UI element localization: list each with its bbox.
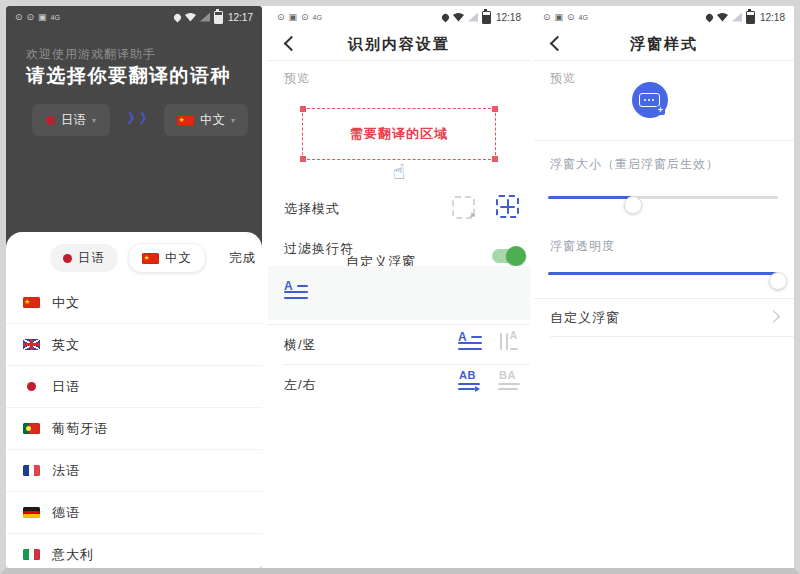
chevron-right-icon[interactable] xyxy=(767,310,780,323)
target-language-button[interactable]: 中文 ▾ xyxy=(164,104,248,136)
tab-target-label: 中文 xyxy=(165,250,192,267)
clock: 12:18 xyxy=(760,12,785,23)
vertical-text-icon[interactable]: A xyxy=(498,333,518,353)
signal-icon xyxy=(468,13,478,22)
screen-float-style: ⊙ ▣ ⊙ 4G 12:18 浮窗样式 预览 + 浮窗大小（重启浮窗后生效） xyxy=(534,6,794,568)
app-circle-icon: ⊙ xyxy=(543,12,551,22)
status-bar: ⊙ ▣ ⊙ 4G 12:18 xyxy=(534,6,794,28)
wifi-icon xyxy=(185,13,196,22)
page-title: 请选择你要翻译的语种 xyxy=(26,63,231,89)
page-title: 识别内容设置 xyxy=(268,35,530,54)
clock: 12:17 xyxy=(228,12,253,23)
language-list: 中文 英文 日语 葡萄牙语 法语 xyxy=(6,282,262,568)
horizontal-text-icon[interactable]: A xyxy=(458,333,482,353)
preview-label: 预览 xyxy=(550,70,576,87)
flag-cn-icon xyxy=(23,297,40,308)
screenshot-frame: ⊙ ⊙ ▣ 4G 12:17 欢迎使用游戏翻译助手 请选择你要翻译的语种 日语 … xyxy=(0,0,800,574)
mode-move-select-icon[interactable] xyxy=(496,195,519,218)
list-item-japanese[interactable]: 日语 xyxy=(6,366,262,408)
location-icon xyxy=(705,12,715,22)
volte-icon: 4G xyxy=(579,14,588,21)
screen-recognition-settings: ⊙ ▣ ⊙ 4G 12:18 识别内容设置 预览 需要翻译的区域 ☝ 选 xyxy=(268,6,530,568)
custom-float-preview-card: A xyxy=(268,266,530,320)
location-icon xyxy=(173,12,183,22)
app-circle-icon: ⊙ xyxy=(15,12,23,22)
float-window-preview-icon[interactable]: + xyxy=(632,82,668,118)
align-horizontal-icon[interactable]: A xyxy=(284,282,308,302)
page-title: 浮窗样式 xyxy=(534,35,794,54)
left-to-right-icon[interactable]: AB xyxy=(458,372,480,392)
nav-bar: 识别内容设置 xyxy=(268,28,530,60)
list-item-chinese[interactable]: 中文 xyxy=(6,282,262,324)
signal-icon xyxy=(732,13,742,22)
flag-cn-icon xyxy=(177,115,194,126)
region-handle[interactable] xyxy=(492,106,498,112)
divider xyxy=(534,60,794,61)
translate-region-box[interactable]: 需要翻译的区域 xyxy=(302,108,496,160)
select-mode-label: 选择模式 xyxy=(284,200,340,218)
mode-cursor-select-icon[interactable]: ➤ xyxy=(452,196,475,219)
status-bar: ⊙ ▣ ⊙ 4G 12:18 xyxy=(268,6,530,28)
volte-icon: 4G xyxy=(51,14,60,21)
slider-thumb[interactable] xyxy=(769,272,787,290)
app-circle-icon: ⊙ xyxy=(277,12,285,22)
translate-direction-icon: 》》 xyxy=(117,110,163,128)
hand-pointer-icon: ☝ xyxy=(268,160,530,184)
flag-jp-icon xyxy=(27,382,36,391)
region-handle[interactable] xyxy=(300,106,306,112)
float-size-slider[interactable] xyxy=(548,188,778,206)
flag-fr-icon xyxy=(23,465,40,476)
target-language-label: 中文 xyxy=(200,112,225,129)
welcome-text: 欢迎使用游戏翻译助手 xyxy=(26,46,156,63)
wifi-icon xyxy=(453,13,464,22)
tab-target-language[interactable]: 中文 xyxy=(128,243,206,273)
float-size-label: 浮窗大小（重启浮窗后生效） xyxy=(550,156,719,173)
flag-cn-icon xyxy=(142,253,159,264)
app-circle-icon: ⊙ xyxy=(567,12,575,22)
custom-float-row-label: 自定义浮窗 xyxy=(550,309,620,327)
app-circle-icon: ⊙ xyxy=(301,12,309,22)
plus-icon: + xyxy=(656,106,665,115)
language-picker-sheet: 日语 中文 完成 中文 英文 日语 xyxy=(6,232,262,568)
divider xyxy=(268,60,530,61)
battery-icon xyxy=(214,11,223,24)
list-item-italian[interactable]: 意大利 xyxy=(6,534,262,568)
source-language-button[interactable]: 日语 ▾ xyxy=(32,104,110,136)
wifi-icon xyxy=(717,13,728,22)
app-circle-icon: ⊙ xyxy=(27,12,35,22)
gallery-icon: ▣ xyxy=(38,12,47,22)
list-item-german[interactable]: 德语 xyxy=(6,492,262,534)
flag-jp-icon xyxy=(63,254,72,263)
battery-icon xyxy=(746,11,755,24)
list-item-portuguese[interactable]: 葡萄牙语 xyxy=(6,408,262,450)
slider-thumb[interactable] xyxy=(624,196,642,214)
list-item-french[interactable]: 法语 xyxy=(6,450,262,492)
divider xyxy=(268,324,530,325)
tab-source-language[interactable]: 日语 xyxy=(50,244,118,272)
signal-icon xyxy=(200,13,210,22)
flag-jp-icon xyxy=(46,116,55,125)
gallery-icon: ▣ xyxy=(555,12,564,22)
source-language-label: 日语 xyxy=(61,112,86,129)
flag-de-icon xyxy=(23,507,40,518)
left-right-label: 左/右 xyxy=(284,376,317,394)
preview-label: 预览 xyxy=(284,70,310,87)
float-opacity-label: 浮窗透明度 xyxy=(550,238,615,255)
done-button[interactable]: 完成 xyxy=(229,250,256,267)
divider xyxy=(534,298,794,299)
chevron-down-icon: ▾ xyxy=(92,116,96,125)
chevron-down-icon: ▾ xyxy=(231,116,235,125)
battery-icon xyxy=(482,11,491,24)
location-icon xyxy=(441,12,451,22)
filter-newline-toggle[interactable] xyxy=(492,249,524,263)
float-opacity-slider[interactable] xyxy=(548,264,778,282)
gallery-icon: ▣ xyxy=(289,12,298,22)
clock: 12:18 xyxy=(496,12,521,23)
volte-icon: 4G xyxy=(313,14,322,21)
right-to-left-icon[interactable]: BA xyxy=(498,372,520,392)
flag-gb-icon xyxy=(23,339,40,350)
list-item-english[interactable]: 英文 xyxy=(6,324,262,366)
region-placeholder-text: 需要翻译的区域 xyxy=(350,125,448,143)
divider xyxy=(550,336,794,337)
divider xyxy=(284,364,530,365)
